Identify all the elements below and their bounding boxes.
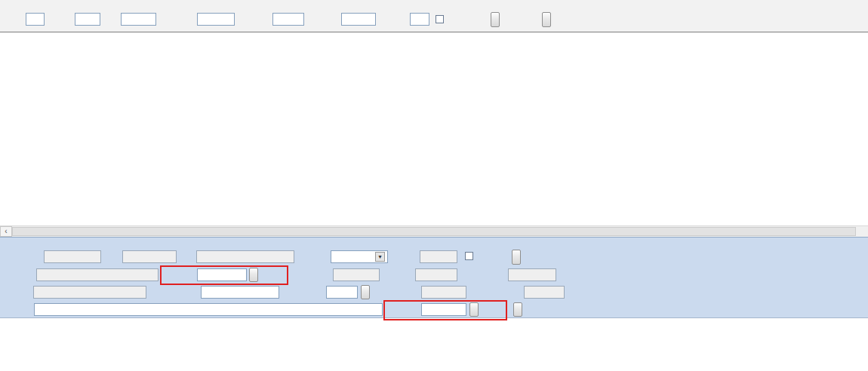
- remark-filter-input[interactable]: [121, 13, 156, 26]
- project-no-input[interactable]: [122, 250, 177, 263]
- qty-total-input[interactable]: [524, 286, 565, 299]
- total-amount-input[interactable]: [333, 268, 380, 281]
- contact-input[interactable]: [201, 286, 279, 299]
- copy-warehouse-location-button[interactable]: [512, 250, 521, 265]
- profile-code-filter-input[interactable]: [272, 13, 304, 26]
- keeper-input[interactable]: [420, 250, 457, 263]
- supplier-input[interactable]: [33, 286, 146, 299]
- tax-input[interactable]: [415, 268, 457, 281]
- inbound-grid-area: [0, 317, 868, 371]
- theory-total-input[interactable]: [421, 286, 466, 299]
- unfinished-checkbox[interactable]: [436, 15, 444, 23]
- color-filter-input[interactable]: [75, 13, 100, 26]
- inbound-no-input[interactable]: [44, 250, 101, 263]
- actual-weight-share-button[interactable]: [469, 302, 479, 317]
- unit-price-input[interactable]: [326, 286, 358, 299]
- fee-share-button[interactable]: [249, 268, 258, 282]
- order-no-input[interactable]: [26, 13, 45, 26]
- manufacturer-filter-input[interactable]: [197, 13, 235, 26]
- calendar-dropdown-icon[interactable]: ▾: [375, 252, 385, 262]
- actual-total-input[interactable]: [421, 303, 466, 316]
- purchase-order-grid-area: [0, 32, 868, 225]
- batch-inbound-button[interactable]: [542, 12, 551, 27]
- remark-input[interactable]: [34, 303, 383, 316]
- filter-by-condition-button[interactable]: [491, 12, 500, 27]
- reset-button[interactable]: [361, 285, 370, 299]
- project-name-input[interactable]: [196, 250, 294, 263]
- profile-name-filter-input[interactable]: [341, 13, 376, 26]
- factory-input[interactable]: [36, 268, 159, 281]
- fee-input[interactable]: [197, 268, 247, 281]
- scrollbar-thumb[interactable]: [12, 227, 856, 236]
- split-location-button[interactable]: [513, 302, 522, 317]
- scroll-left-arrow-icon[interactable]: ‹: [0, 226, 12, 237]
- inbound-confirm-checkbox[interactable]: [465, 252, 473, 260]
- inbound-panel: ▾: [0, 237, 868, 371]
- app-window: ‹ ▾: [0, 0, 868, 371]
- horizontal-scrollbar[interactable]: ‹: [0, 225, 868, 237]
- date-picker[interactable]: ▾: [331, 250, 388, 263]
- length-filter-input[interactable]: [410, 13, 429, 26]
- tax-total-input[interactable]: [508, 268, 556, 281]
